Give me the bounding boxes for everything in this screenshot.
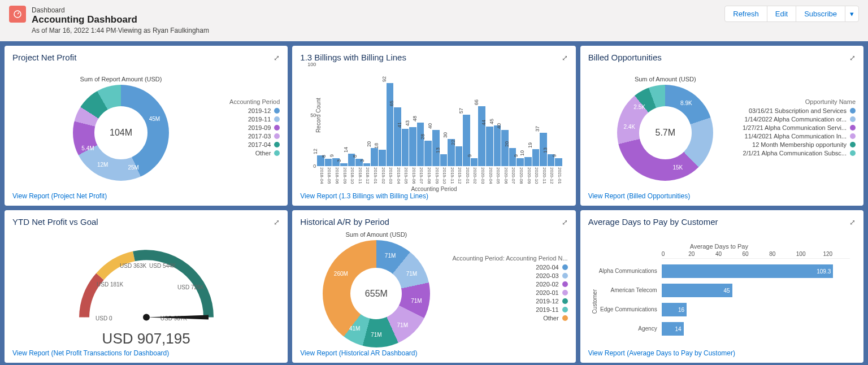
x-tick: 2019-11 (448, 167, 455, 184)
legend-swatch (562, 307, 568, 312)
bar: 9 (517, 158, 524, 166)
legend-swatch (274, 108, 280, 114)
hbar-label: Alpha Communications (588, 268, 662, 274)
breadcrumb: Dashboard (32, 6, 65, 14)
x-tick: 2020-04 (486, 167, 493, 184)
legend-item: 2019-12 (452, 298, 567, 305)
slice-label: 25M (128, 164, 138, 170)
slice-label: 12M (97, 162, 108, 168)
edit-button[interactable]: Edit (767, 6, 796, 22)
x-tick: 2019-07 (417, 167, 424, 184)
legend-item: 2019-12 (229, 107, 280, 114)
bar: 28 (424, 141, 432, 166)
legend-item: Other (229, 150, 280, 157)
view-report-link[interactable]: View Report (1.3 Billings with Billing L… (300, 192, 567, 200)
card-title: 1.3 Billings with Billing Lines (300, 53, 567, 62)
x-tick: 2020-10 (532, 167, 540, 184)
x-tick-labels: 020406080100120 (662, 251, 850, 259)
legend-item: 2020-01 (452, 289, 567, 296)
x-tick: 2019-02 (379, 167, 386, 184)
bar: 20 (509, 148, 517, 166)
x-tick: 2019-01 (371, 167, 378, 184)
bar: 22 (455, 146, 463, 166)
legend-item: 12 Month Membership opportunity (743, 141, 856, 148)
legend-item: 2/1/21 Alpha Communication Subsc... (743, 150, 856, 157)
view-report-link[interactable]: View Report (Historical AR Dashboard) (300, 349, 567, 357)
bar: 57 (463, 115, 470, 166)
refresh-button[interactable]: Refresh (724, 6, 767, 22)
slice-label: 71M (385, 253, 396, 259)
svg-text:USD 363K: USD 363K (120, 262, 147, 268)
legend-swatch (850, 133, 856, 139)
x-axis-label: Average Days to Pay (588, 243, 850, 250)
subscribe-button[interactable]: Subscribe (796, 6, 845, 22)
x-tick: 2020-05 (494, 167, 501, 184)
donut-center-value: 655M (350, 268, 402, 319)
legend-swatch (850, 125, 856, 131)
svg-text:USD 0: USD 0 (96, 315, 112, 321)
bar: 19 (532, 149, 540, 166)
card-avg-days-to-pay: ⤢ Average Days to Pay by Customer Custom… (580, 210, 863, 363)
page-title: Accounting Dashboard (32, 14, 209, 25)
x-tick: 2020-08 (517, 167, 524, 184)
hbar-row: Edge Communications16 (588, 303, 850, 316)
expand-icon[interactable]: ⤢ (274, 54, 280, 62)
x-tick: 2018-10 (348, 167, 355, 184)
svg-point-7 (143, 314, 150, 320)
legend-item: 2017-04 (229, 141, 280, 148)
legend-item: 11/4/2021 Alpha Communication In... (743, 133, 856, 140)
x-tick: 2020-06 (501, 167, 509, 184)
hbar: 14 (662, 322, 684, 336)
card-historical-ar: ⤢ Historical A/R by Period Sum of Amount… (292, 210, 575, 363)
dashboard-app-icon (9, 6, 26, 23)
view-report-link[interactable]: View Report (Billed Opportunities) (588, 192, 856, 200)
legend-swatch (274, 125, 280, 131)
expand-icon[interactable]: ⤢ (562, 54, 568, 62)
legend-swatch (274, 142, 280, 147)
page-header: Dashboard Accounting Dashboard As of Mar… (0, 0, 868, 41)
x-tick: 2020-07 (509, 167, 517, 184)
x-tick: 2020-02 (471, 167, 478, 184)
slice-label: 2.4K (623, 123, 635, 129)
expand-icon[interactable]: ⤢ (562, 218, 568, 227)
expand-icon[interactable]: ⤢ (849, 54, 856, 62)
more-actions-button[interactable]: ▾ (845, 6, 859, 22)
legend-swatch (274, 133, 280, 139)
chart-caption: Sum of Amount (USD) (588, 76, 743, 82)
bar: 41 (402, 129, 409, 166)
legend-swatch (274, 116, 280, 122)
chart-legend: Opportunity Name 03/16/21 Subscription a… (743, 98, 856, 158)
header-actions: Refresh Edit Subscribe ▾ (725, 6, 859, 22)
x-tick: 2019-12 (455, 167, 463, 184)
bar: 48 (417, 123, 424, 166)
card-ytd-net-profit: ⤢ YTD Net Profit vs Goal USD 0 USD 181K … (5, 210, 288, 363)
x-tick: 2019-06 (409, 167, 416, 184)
hbar-label: Edge Communications (588, 306, 662, 312)
expand-icon[interactable]: ⤢ (274, 218, 280, 227)
x-tick: 2020-09 (524, 167, 532, 184)
view-report-link[interactable]: View Report (Net Profit Transactions for… (12, 349, 280, 357)
gauge-chart: USD 0 USD 181K USD 363K USD 544K USD 726… (62, 231, 231, 330)
view-report-link[interactable]: View Report (Project Net Profit) (12, 192, 280, 200)
legend-item: Other (452, 315, 567, 321)
card-billings: ⤢ 1.3 Billings with Billing Lines Record… (292, 46, 575, 206)
hbar-label: American Telecom (588, 287, 662, 293)
slice-label: 260M (334, 270, 348, 276)
legend-item: 2020-04 (452, 264, 567, 271)
expand-icon[interactable]: ⤢ (849, 218, 856, 227)
slice-label: 41M (349, 325, 360, 332)
svg-text:USD 181K: USD 181K (97, 281, 124, 287)
bar: 9 (555, 158, 562, 166)
legend-item: 2020-02 (452, 281, 567, 288)
legend-item: 2019-09 (229, 124, 280, 131)
slice-label: 71M (406, 270, 417, 276)
legend-swatch (274, 150, 280, 156)
card-title: Project Net Profit (12, 53, 280, 62)
card-title: Average Days to Pay by Customer (588, 217, 856, 227)
slice-label: 2.5K (633, 104, 645, 110)
view-report-link[interactable]: View Report (Average Days to Pay by Cust… (588, 349, 856, 357)
donut-chart: 104M 45M25M12M5.4M (73, 85, 169, 181)
x-tick: 2018-06 (332, 167, 340, 184)
donut-center-value: 5.7M (639, 106, 692, 159)
bar: 66 (478, 106, 485, 166)
